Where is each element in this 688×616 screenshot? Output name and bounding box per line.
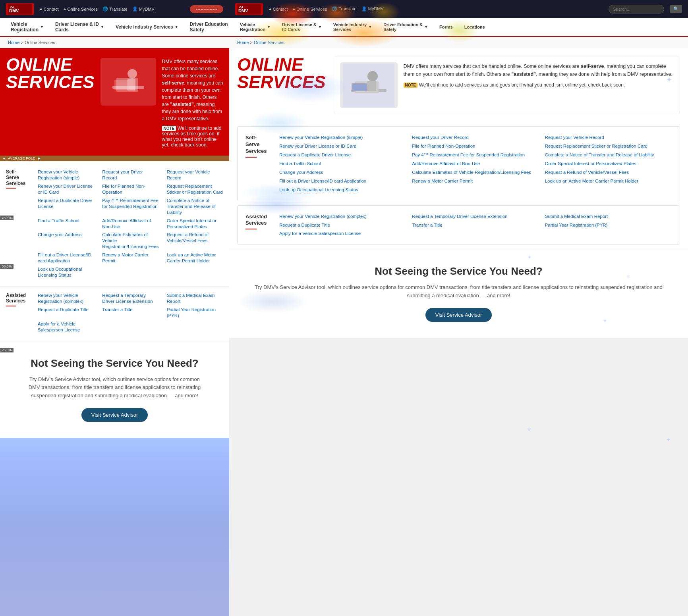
left-self-serve-links: Renew your Vehicle Registration (simple)… [38, 169, 223, 278]
left-hero-text: DMV offers many services that can be han… [162, 58, 223, 148]
left-not-seeing-section: Not Seeing the Service You Need? Try DMV… [0, 341, 229, 438]
left-nav-bar: VehicleRegistration ▼ Driver License & I… [0, 18, 229, 37]
right-search-button[interactable]: 🔍 [670, 5, 682, 13]
right-self-serve-label: Self- Serve Services [245, 135, 271, 193]
right-self-serve-links: Renew your Vehicle Registration (simple)… [279, 135, 672, 193]
link-active-mc[interactable]: Look up an Active Motor Carrier Permit H… [167, 252, 223, 264]
right-link-active-mc[interactable]: Look up an Active Motor Carrier Permit H… [545, 178, 672, 184]
svg-rect-15 [367, 81, 376, 91]
right-link-motor-carrier[interactable]: Renew a Motor Carrier Permit [412, 178, 539, 184]
right-link-reinstatement[interactable]: Pay 4™ Reinstatement Fee for Suspended R… [412, 152, 539, 158]
right-link-refund[interactable]: Request a Refund of Vehicle/Vessel Fees [545, 169, 672, 175]
link-salesperson[interactable]: Apply for a Vehicle Salesperson License [38, 321, 94, 333]
link-transfer-title[interactable]: Transfer a Title [102, 307, 158, 319]
right-link-dl-app[interactable]: Fill out a Driver License/ID card Applic… [279, 178, 406, 184]
right-hero-description: DMV offers many services that can be han… [404, 62, 674, 108]
right-link-driver-record[interactable]: Request your Driver Record [412, 135, 539, 141]
left-self-serve-label: Self- Serve Services [6, 169, 30, 278]
right-mydmv-link[interactable]: 👤 MyDMV [361, 6, 384, 12]
right-home-link[interactable]: Home [237, 40, 249, 45]
right-link-change-address[interactable]: Change your Address [279, 169, 406, 175]
link-dup-dl[interactable]: Request a Duplicate Driver License [38, 198, 94, 216]
right-not-seeing-section: Not Seeing the Service You Need? Try DMV… [229, 249, 688, 338]
right-section-link[interactable]: Online Services [254, 40, 284, 45]
home-link[interactable]: Home [8, 40, 19, 45]
right-hero-image [340, 62, 398, 108]
right-link-pyr[interactable]: Partial Year Registration (PYR) [545, 222, 672, 228]
link-renew-dl[interactable]: Renew your Driver License or ID Card [38, 183, 94, 195]
link-vehicle-record[interactable]: Request your Vehicle Record [167, 169, 223, 181]
right-link-vehicle-record[interactable]: Request your Vehicle Record [545, 135, 672, 141]
right-link-renew-dl[interactable]: Renew your Driver License or ID Card [279, 143, 406, 149]
link-renew-reg-complex[interactable]: Renew your Vehicle Registration (complex… [38, 293, 94, 304]
left-avg-fold: ◄ AVERAGE FOLD ► [0, 156, 229, 161]
right-link-salesperson[interactable]: Apply for a Vehicle Salesperson License [279, 231, 406, 237]
right-online-services-link[interactable]: ● Online Services [293, 6, 327, 12]
right-link-add-remove-affidavit[interactable]: Add/Remove Affidavit of Non-Use [412, 161, 539, 167]
left-assisted-links: Renew your Vehicle Registration (complex… [38, 293, 223, 333]
right-search-input[interactable] [609, 5, 664, 13]
right-link-medical-exam[interactable]: Submit a Medical Exam Report [545, 214, 672, 219]
link-occ-license[interactable]: Look up Occupational Licensing Status [38, 266, 94, 278]
right-link-dup-dl[interactable]: Request a Duplicate Driver License [279, 152, 406, 158]
link-refund[interactable]: Request a Refund of Vehicle/Vessel Fees [167, 232, 223, 250]
right-nav-vehicle-industry[interactable]: Vehicle IndustryServices ▼ [329, 18, 377, 36]
link-special-plates[interactable]: Order Special Interest or Personalized P… [167, 218, 223, 230]
mydmv-link[interactable]: 👤 MyDMV [132, 6, 155, 12]
left-nav-driver-ed[interactable]: Driver Education &Safety ▼ [185, 18, 229, 36]
right-link-temp-dl[interactable]: Request a Temporary Driver License Exten… [412, 214, 539, 219]
right-link-dup-title[interactable]: Request a Duplicate Title [279, 222, 406, 228]
right-panel: ✦ ✦ ❄ ✦ ❄ ✦ ❄ ✦ CA DMV ● Contact ● Onlin… [229, 0, 688, 616]
right-link-notice-transfer[interactable]: Complete a Notice of Transfer and Releas… [545, 152, 672, 158]
right-link-traffic-school[interactable]: Find a Traffic School [279, 161, 406, 167]
contact-link[interactable]: ● Contact [40, 6, 59, 12]
right-assisted-card: Assisted Services Renew your Vehicle Reg… [237, 205, 680, 245]
link-notice-transfer[interactable]: Complete a Notice of Transfer and Releas… [167, 198, 223, 216]
left-nav-vehicle-industry[interactable]: Vehicle Industry Services ▼ [111, 18, 183, 36]
svg-text:DMV: DMV [238, 8, 248, 13]
link-reinstatement[interactable]: Pay 4™ Reinstatement Fee for Suspended R… [102, 198, 158, 216]
left-nav-vehicle-reg[interactable]: VehicleRegistration ▼ [6, 18, 48, 36]
link-medical-exam[interactable]: Submit a Medical Exam Report [167, 293, 223, 304]
right-link-planned-non-op[interactable]: File for Planned Non-Operation [412, 143, 539, 149]
right-link-renew-reg-complex[interactable]: Renew your Vehicle Registration (complex… [279, 214, 406, 219]
left-visit-service-advisor[interactable]: Visit Service Advisor [81, 408, 148, 422]
online-services-link[interactable]: ● Online Services [64, 6, 98, 12]
right-link-special-plates[interactable]: Order Special Interest or Personalized P… [545, 161, 672, 167]
right-page-title: ONLINE SERVICES [237, 56, 326, 91]
right-nav-driver-ed[interactable]: Driver Education &Safety ▼ [379, 18, 433, 36]
translate-link[interactable]: 🌐 Translate [102, 6, 127, 12]
link-replacement-sticker[interactable]: Request Replacement Sticker or Registrat… [167, 183, 223, 195]
right-link-occ-license[interactable]: Look up Occupational Licensing Status [279, 187, 406, 193]
right-nav-vehicle-reg[interactable]: VehicleRegistration ▼ [235, 18, 275, 36]
left-nav-driver-license[interactable]: Driver License & IDCards ▼ [50, 18, 109, 36]
left-search-btn[interactable]: •••••••••••••• [190, 5, 223, 13]
right-hero: ONLINE SERVICES [229, 48, 688, 122]
left-pct-75: 75.3% [0, 216, 14, 220]
svg-point-14 [367, 71, 378, 81]
right-link-renew-reg-simple[interactable]: Renew your Vehicle Registration (simple) [279, 135, 406, 141]
right-link-replacement-sticker[interactable]: Request Replacement Sticker or Registrat… [545, 143, 672, 149]
right-contact-link[interactable]: ● Contact [269, 6, 288, 12]
link-pyr[interactable]: Partial Year Registration (PYR) [167, 307, 223, 319]
right-link-calc-fees[interactable]: Calculate Estimates of Vehicle Registrat… [412, 169, 539, 175]
link-renew-reg-simple[interactable]: Renew your Vehicle Registration (simple) [38, 169, 94, 181]
right-translate-link[interactable]: 🌐 Translate [332, 6, 356, 12]
link-traffic-school[interactable]: Find a Traffic School [38, 218, 94, 230]
right-visit-service-advisor[interactable]: Visit Service Advisor [425, 308, 492, 322]
link-motor-carrier[interactable]: Renew a Motor Carrier Permit [102, 252, 158, 264]
right-nav-forms[interactable]: Forms [435, 18, 458, 36]
link-temp-dl[interactable]: Request a Temporary Driver License Exten… [102, 293, 158, 304]
link-add-remove-affidavit[interactable]: Add/Remove Affidavit of Non-Use [102, 218, 158, 230]
link-calc-fees[interactable]: Calculate Estimates of Vehicle Registrat… [102, 232, 158, 250]
link-dup-title[interactable]: Request a Duplicate Title [38, 307, 94, 319]
left-panel: CA DMV ● Contact ● Online Services 🌐 Tra… [0, 0, 229, 616]
right-nav-driver-license[interactable]: Driver License &ID Cards ▼ [277, 18, 327, 36]
left-not-seeing-text: Try DMV's Service Advisor tool, which ou… [24, 375, 205, 400]
right-link-transfer-title[interactable]: Transfer a Title [412, 222, 539, 228]
link-change-address[interactable]: Change your Address [38, 232, 94, 250]
link-dl-app[interactable]: Fill out a Driver License/ID card Applic… [38, 252, 94, 264]
link-driver-record[interactable]: Request your Driver Record [102, 169, 158, 181]
link-planned-non-op[interactable]: File for Planned Non-Operation [102, 183, 158, 195]
right-nav-locations[interactable]: Locations [460, 18, 490, 36]
